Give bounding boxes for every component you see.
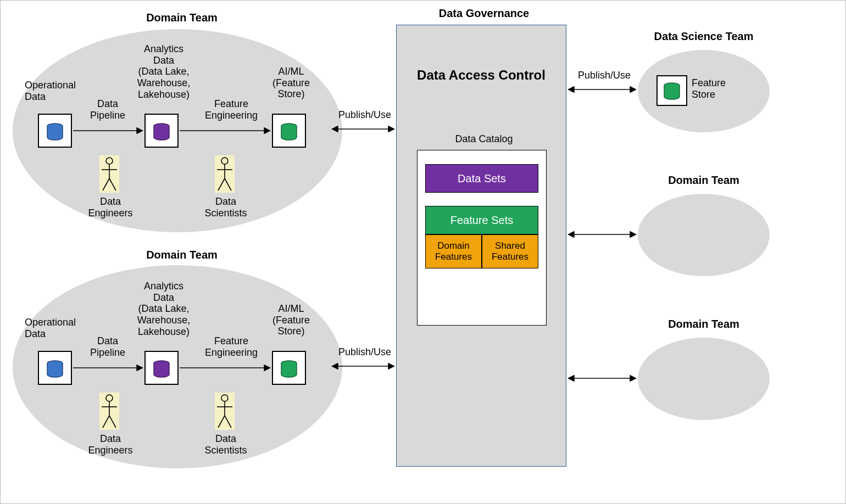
publish-use-label-2: Publish/Use bbox=[335, 346, 395, 358]
aiml-label-1: AI/ML (Feature Store) bbox=[261, 66, 321, 100]
data-engineers-label-2: Data Engineers bbox=[83, 433, 138, 456]
data-pipeline-label-2: Data Pipeline bbox=[83, 335, 132, 358]
analytics-data-box-1 bbox=[144, 114, 179, 148]
feature-store-label: Feature Store bbox=[692, 77, 741, 100]
analytics-data-label-1: Analytics Data (Data Lake, Warehouse, La… bbox=[123, 43, 205, 100]
operational-data-label-2: Operational Data bbox=[25, 317, 91, 339]
diagram-canvas: Data Sets Feature Sets Domain Features S… bbox=[0, 0, 846, 504]
data-sets-bar: Data Sets bbox=[425, 164, 538, 193]
domain-team-right-2-ellipse bbox=[638, 338, 770, 420]
data-scientists-label-1: Data Scientists bbox=[198, 196, 253, 219]
feature-engineering-label-1: Feature Engineering bbox=[198, 98, 264, 121]
shared-features-cell: Shared Features bbox=[482, 234, 538, 268]
domain-team-2-title: Domain Team bbox=[127, 249, 237, 261]
domain-team-1-title: Domain Team bbox=[127, 12, 237, 24]
data-catalog-title: Data Catalog bbox=[440, 133, 528, 145]
feature-sets-bar: Feature Sets bbox=[425, 206, 538, 234]
data-governance-title: Data Governance bbox=[424, 7, 544, 20]
aiml-box-1 bbox=[272, 114, 306, 148]
domain-team-right-1-ellipse bbox=[638, 194, 770, 276]
data-access-control-title: Data Access Control bbox=[407, 68, 555, 83]
feature-store-box bbox=[656, 75, 687, 106]
analytics-data-label-2: Analytics Data (Data Lake, Warehouse, La… bbox=[123, 281, 205, 337]
publish-use-label-1: Publish/Use bbox=[335, 109, 395, 121]
data-scientists-label-2: Data Scientists bbox=[198, 433, 253, 456]
operational-data-box-1 bbox=[38, 114, 72, 148]
data-science-team-title: Data Science Team bbox=[638, 30, 770, 43]
feature-engineering-label-2: Feature Engineering bbox=[198, 335, 264, 358]
aiml-label-2: AI/ML (Feature Store) bbox=[261, 303, 321, 337]
domain-team-right-1-title: Domain Team bbox=[638, 174, 770, 187]
analytics-data-box-2 bbox=[144, 351, 179, 385]
data-engineers-label-1: Data Engineers bbox=[83, 196, 138, 219]
data-pipeline-label-1: Data Pipeline bbox=[83, 98, 132, 121]
publish-use-label-right: Publish/Use bbox=[574, 70, 634, 81]
domain-team-right-2-title: Domain Team bbox=[638, 318, 770, 331]
domain-features-cell: Domain Features bbox=[425, 234, 482, 268]
operational-data-label-1: Operational Data bbox=[25, 80, 91, 102]
operational-data-box-2 bbox=[38, 351, 72, 385]
aiml-box-2 bbox=[272, 351, 306, 385]
